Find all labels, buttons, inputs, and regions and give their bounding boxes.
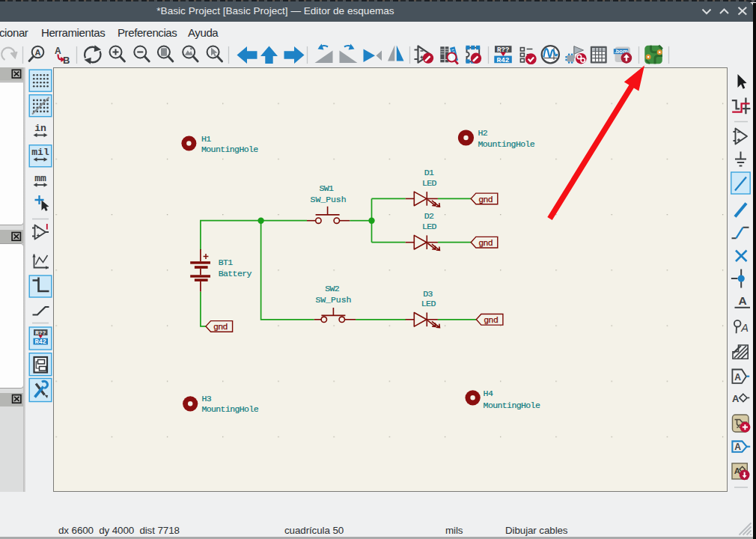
svg-text:H1: H1: [201, 134, 211, 144]
svg-text:SW_Push: SW_Push: [315, 295, 351, 305]
svg-text:in: in: [34, 123, 46, 134]
svg-text:gnd: gnd: [478, 238, 493, 248]
svg-text:A: A: [738, 294, 746, 307]
svg-text:B: B: [63, 55, 70, 66]
svg-text:gnd: gnd: [484, 315, 498, 325]
svg-text:A: A: [734, 442, 741, 452]
svg-text:SW2: SW2: [325, 284, 340, 293]
svg-text:SW1: SW1: [320, 183, 335, 193]
svg-text:gnd: gnd: [478, 195, 493, 204]
svg-text:R42: R42: [35, 338, 46, 346]
svg-text:BT1: BT1: [219, 258, 234, 267]
svg-text:MountingHole: MountingHole: [484, 401, 540, 410]
svg-text:MountingHole: MountingHole: [201, 404, 258, 414]
svg-text:D3: D3: [423, 289, 433, 299]
svg-text:LED: LED: [421, 299, 436, 308]
svg-text:D1: D1: [424, 168, 434, 177]
svg-text:SW_Push: SW_Push: [311, 195, 347, 204]
svg-text:gnd: gnd: [213, 322, 228, 332]
svg-text:MountingHole: MountingHole: [478, 139, 535, 149]
svg-text:D2: D2: [424, 211, 434, 221]
svg-text:H4: H4: [484, 389, 493, 398]
svg-text:mil: mil: [31, 147, 49, 158]
svg-text:mm: mm: [34, 173, 46, 184]
svg-text:LED: LED: [422, 222, 437, 231]
svg-text:R42: R42: [496, 56, 509, 64]
svg-text:H2: H2: [478, 128, 488, 138]
svg-text:A: A: [732, 393, 740, 404]
svg-text:A: A: [35, 48, 41, 57]
svg-text:A: A: [740, 322, 749, 334]
svg-text:R??: R??: [35, 329, 46, 336]
svg-text:LED: LED: [422, 178, 437, 188]
svg-text:H3: H3: [201, 394, 211, 404]
svg-text:Battery: Battery: [219, 269, 252, 278]
svg-text:MountingHole: MountingHole: [201, 144, 258, 154]
svg-text:A: A: [734, 372, 741, 383]
